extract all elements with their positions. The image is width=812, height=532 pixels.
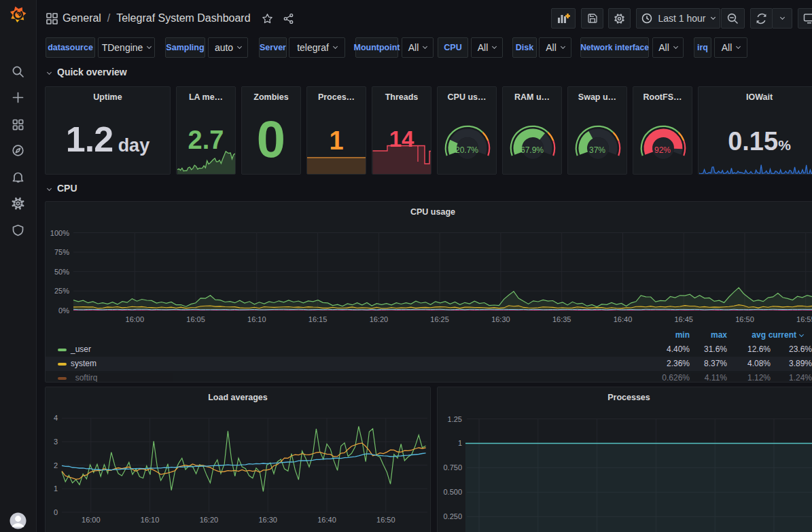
svg-text:16:20: 16:20 [200, 516, 219, 524]
svg-text:16:30: 16:30 [491, 315, 510, 323]
svg-text:1: 1 [458, 439, 462, 447]
svg-text:16:20: 16:20 [370, 315, 389, 323]
svg-text:0%: 0% [58, 306, 69, 315]
svg-text:16:35: 16:35 [552, 315, 571, 323]
svg-text:75%: 75% [54, 248, 69, 256]
svg-text:25%: 25% [54, 287, 69, 295]
svg-text:16:15: 16:15 [308, 315, 328, 323]
svg-text:16:00: 16:00 [126, 315, 145, 323]
svg-text:0.500: 0.500 [443, 488, 462, 496]
svg-text:0.750: 0.750 [443, 463, 462, 472]
svg-text:16:05: 16:05 [186, 315, 205, 323]
svg-text:3: 3 [54, 438, 58, 446]
svg-text:1.25: 1.25 [448, 415, 462, 423]
svg-text:16:10: 16:10 [247, 315, 266, 323]
svg-text:2: 2 [54, 461, 58, 469]
svg-text:16:50: 16:50 [376, 516, 395, 524]
svg-text:100%: 100% [50, 229, 69, 237]
svg-text:0: 0 [54, 508, 58, 516]
svg-text:16:55: 16:55 [796, 315, 812, 323]
svg-text:16:40: 16:40 [317, 516, 336, 524]
svg-text:16:45: 16:45 [674, 315, 693, 323]
svg-text:16:30: 16:30 [258, 516, 277, 524]
svg-text:16:50: 16:50 [735, 315, 754, 323]
svg-text:0.250: 0.250 [443, 512, 462, 520]
svg-text:50%: 50% [54, 268, 69, 276]
svg-text:16:10: 16:10 [141, 516, 160, 524]
svg-text:4: 4 [54, 414, 58, 422]
svg-text:16:40: 16:40 [614, 315, 633, 323]
svg-text:1: 1 [54, 484, 58, 493]
svg-text:16:25: 16:25 [430, 315, 449, 323]
svg-text:16:00: 16:00 [82, 516, 101, 524]
